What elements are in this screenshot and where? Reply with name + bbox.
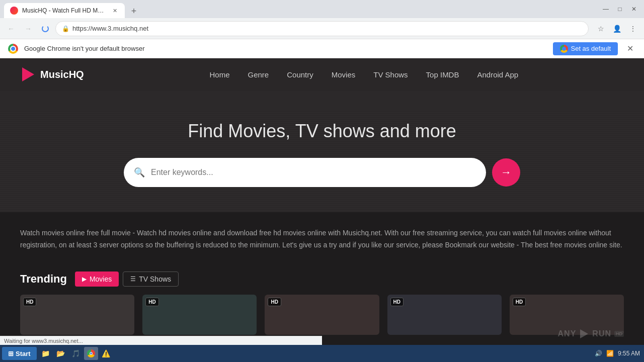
default-chrome-icon bbox=[560, 45, 568, 53]
windows-icon: ⊞ bbox=[8, 350, 14, 357]
status-text: Waiting for www3.musichq.net... bbox=[4, 338, 83, 344]
movie-card-2[interactable]: HD bbox=[142, 295, 257, 335]
taskbar-media[interactable]: 🎵 bbox=[69, 347, 83, 360]
taskbar-right: 🔊 📶 9:55 AM bbox=[591, 350, 644, 357]
watermark: ANY RUN HD bbox=[558, 328, 624, 340]
description-text: Watch movies online free full movie - Wa… bbox=[0, 212, 644, 266]
forward-button[interactable]: → bbox=[21, 22, 35, 36]
hd-badge-5: HD bbox=[513, 298, 526, 306]
nav-movies[interactable]: Movies bbox=[324, 66, 364, 83]
watermark-subtext: RUN bbox=[592, 329, 611, 338]
taskbar: ⊞ Start 📁 📂 🎵 ⚠️ 🔊 📶 9:55 AM bbox=[0, 345, 644, 362]
taskbar-folder[interactable]: 📂 bbox=[54, 347, 68, 360]
svg-marker-0 bbox=[22, 67, 34, 81]
notification-text: Google Chrome isn't your default browser bbox=[24, 45, 547, 52]
status-bar: Waiting for www3.musichq.net... bbox=[0, 336, 322, 345]
toolbar-icons: ☆ 👤 ⋮ bbox=[594, 22, 640, 36]
taskbar-volume[interactable]: 🔊 bbox=[595, 350, 602, 357]
hd-badge-1: HD bbox=[23, 298, 36, 306]
search-container: 🔍 → bbox=[20, 158, 624, 187]
address-bar: ← → 🔒 https://www.3.musichq.net ☆ 👤 ⋮ bbox=[0, 18, 644, 39]
hd-badge-4: HD bbox=[390, 298, 404, 306]
movie-card-1[interactable]: HD bbox=[20, 295, 134, 335]
trending-title: Trending bbox=[20, 273, 67, 286]
active-tab[interactable]: MusicHQ - Watch Full HD Movies Onli... ✕ bbox=[4, 3, 125, 18]
url-bar[interactable]: 🔒 https://www.3.musichq.net bbox=[55, 21, 589, 36]
watermark-play-icon bbox=[578, 328, 590, 340]
tab-title: MusicHQ - Watch Full HD Movies Onli... bbox=[22, 7, 107, 14]
site-logo[interactable]: MusicHQ bbox=[20, 66, 84, 82]
account-button[interactable]: 👤 bbox=[610, 22, 624, 36]
trending-tabs: ▶ Movies ☰ TV Shows bbox=[75, 272, 179, 287]
nav-tv-shows[interactable]: TV Shows bbox=[365, 66, 416, 83]
movie-card-3[interactable]: HD bbox=[265, 295, 379, 335]
search-go-button[interactable]: → bbox=[492, 158, 520, 187]
nav-android-app[interactable]: Android App bbox=[469, 66, 526, 83]
back-button[interactable]: ← bbox=[4, 22, 18, 36]
window-controls: — □ ✕ bbox=[600, 3, 640, 15]
nav-genre[interactable]: Genre bbox=[240, 66, 277, 83]
hd-badge-2: HD bbox=[145, 298, 158, 306]
logo-text: MusicHQ bbox=[40, 69, 84, 80]
watermark-hd-badge: HD bbox=[614, 331, 624, 337]
search-input[interactable] bbox=[151, 168, 476, 177]
new-tab-button[interactable]: + bbox=[127, 4, 141, 18]
notification-close-button[interactable]: ✕ bbox=[624, 43, 636, 55]
logo-play-icon bbox=[20, 66, 36, 82]
tv-icon: ☰ bbox=[130, 276, 136, 283]
minimize-button[interactable]: — bbox=[600, 3, 612, 15]
trending-tab-tv-shows[interactable]: ☰ TV Shows bbox=[123, 272, 179, 287]
movie-grid: HD HD HD HD HD bbox=[20, 295, 624, 335]
taskbar-warning[interactable]: ⚠️ bbox=[99, 347, 113, 360]
menu-button[interactable]: ⋮ bbox=[626, 22, 640, 36]
url-text: https://www.3.musichq.net bbox=[72, 25, 582, 32]
loading-spinner bbox=[42, 25, 49, 32]
notification-bar: Google Chrome isn't your default browser… bbox=[0, 39, 644, 58]
movies-play-icon: ▶ bbox=[82, 276, 87, 283]
title-bar: MusicHQ - Watch Full HD Movies Onli... ✕… bbox=[0, 0, 644, 18]
star-button[interactable]: ☆ bbox=[594, 22, 608, 36]
svg-marker-1 bbox=[580, 329, 588, 338]
hd-badge-3: HD bbox=[268, 298, 281, 306]
nav-country[interactable]: Country bbox=[279, 66, 321, 83]
nav-top-imdb[interactable]: Top IMDB bbox=[418, 66, 467, 83]
trending-header: Trending ▶ Movies ☰ TV Shows bbox=[20, 272, 624, 287]
taskbar-time: 9:55 AM bbox=[618, 350, 640, 357]
trending-section: Trending ▶ Movies ☰ TV Shows HD bbox=[0, 266, 644, 345]
start-button[interactable]: ⊞ Start bbox=[2, 347, 37, 360]
search-icon: 🔍 bbox=[134, 167, 145, 178]
reload-button[interactable] bbox=[38, 22, 52, 36]
tab-favicon bbox=[10, 7, 18, 15]
close-button[interactable]: ✕ bbox=[628, 3, 640, 15]
taskbar-items: 📁 📂 🎵 ⚠️ bbox=[39, 347, 591, 360]
taskbar-explorer[interactable]: 📁 bbox=[39, 347, 53, 360]
watermark-text: ANY bbox=[558, 329, 577, 338]
set-default-button[interactable]: Set as default bbox=[553, 42, 618, 55]
search-bar[interactable]: 🔍 bbox=[124, 158, 486, 187]
maximize-button[interactable]: □ bbox=[614, 3, 626, 15]
tab-bar: MusicHQ - Watch Full HD Movies Onli... ✕… bbox=[4, 0, 600, 18]
trending-tab-movies[interactable]: ▶ Movies bbox=[75, 272, 119, 287]
hero-section: Find Movies, TV shows and more 🔍 → bbox=[0, 90, 644, 212]
nav-home[interactable]: Home bbox=[201, 66, 237, 83]
chrome-icon bbox=[8, 44, 18, 54]
nav-links: Home Genre Country Movies TV Shows Top I… bbox=[104, 66, 624, 83]
lock-icon: 🔒 bbox=[62, 25, 69, 32]
site-content: MusicHQ Home Genre Country Movies TV Sho… bbox=[0, 58, 644, 362]
taskbar-chrome[interactable] bbox=[84, 347, 98, 360]
site-nav: MusicHQ Home Genre Country Movies TV Sho… bbox=[0, 58, 644, 90]
hero-title: Find Movies, TV shows and more bbox=[20, 121, 624, 142]
tab-close-button[interactable]: ✕ bbox=[111, 7, 119, 15]
taskbar-network[interactable]: 📶 bbox=[606, 350, 614, 357]
chrome-taskbar-icon bbox=[87, 349, 95, 357]
chrome-center-icon bbox=[90, 352, 93, 355]
movie-card-4[interactable]: HD bbox=[387, 295, 502, 335]
